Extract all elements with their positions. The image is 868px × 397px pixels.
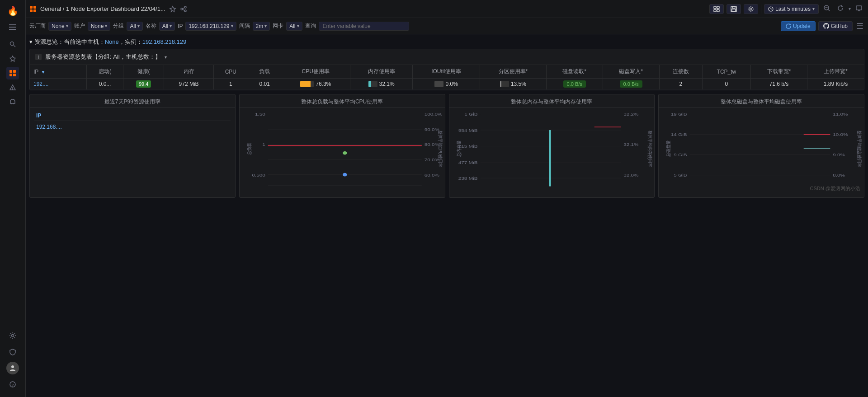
- col-io-pct[interactable]: IOUtil使用率: [413, 65, 480, 79]
- p99-row: 192.168....: [34, 122, 231, 132]
- sidebar-item-dashboards[interactable]: [6, 67, 19, 79]
- sidebar-item-user[interactable]: [6, 362, 19, 374]
- mem-bar-visual: [368, 81, 377, 87]
- svg-text:整体平均磁盘使用率: 整体平均磁盘使用率: [857, 131, 862, 167]
- p99-cell-ip: 192.168....: [34, 122, 231, 132]
- save-btn[interactable]: [726, 4, 741, 14]
- page-breadcrumb: General / 1 Node Exporter Dashboard 22/0…: [40, 5, 165, 12]
- cell-disk-write: 0.0 B/s: [603, 79, 659, 90]
- interval-select[interactable]: 2m ▾: [253, 22, 270, 31]
- col-uptime[interactable]: 启动(: [87, 65, 123, 79]
- col-tcp[interactable]: TCP_tw: [702, 65, 750, 79]
- col-load[interactable]: 负载: [248, 65, 281, 79]
- bottom-panels-row: 最近7天P99资源使用率 IP 192.168....: [29, 94, 864, 198]
- group-select[interactable]: All ▾: [127, 22, 142, 31]
- svg-line-28: [183, 8, 184, 9]
- refresh-dropdown-arrow[interactable]: ▾: [849, 6, 851, 11]
- col-memory[interactable]: 内存: [164, 65, 214, 79]
- svg-point-16: [11, 365, 14, 368]
- overview-toggle[interactable]: ▾ 资源总览：当前选中主机：None，实例：192.168.218.129: [29, 38, 186, 46]
- cloud-dropdown-arrow: ▾: [66, 23, 68, 28]
- p99-body: IP 192.168....: [30, 108, 235, 135]
- ip-select[interactable]: 192.168.218.129 ▾: [185, 22, 236, 31]
- svg-text:11.0%: 11.0%: [833, 112, 848, 117]
- sidebar-item-settings[interactable]: [6, 329, 19, 342]
- svg-text:32.2%: 32.2%: [623, 112, 639, 117]
- col-disk-write[interactable]: 磁盘写入*: [603, 65, 659, 79]
- svg-text:总磁盘量: 总磁盘量: [666, 140, 671, 157]
- sidebar: 🔥 ?: [0, 0, 26, 397]
- col-download[interactable]: 下载带宽*: [750, 65, 807, 79]
- nic-select[interactable]: All ▾: [286, 22, 302, 31]
- interval-label: 间隔: [239, 22, 250, 30]
- part-bar-visual: [500, 81, 509, 87]
- svg-point-37: [750, 8, 752, 10]
- group-dropdown-arrow: ▾: [137, 23, 140, 28]
- svg-rect-21: [30, 9, 33, 12]
- refresh-btn[interactable]: [835, 3, 846, 15]
- sidebar-item-shield[interactable]: [6, 346, 19, 358]
- sidebar-item-notifications[interactable]: [6, 96, 19, 108]
- cpu-load-svg: 1.50 1 0.500 100.0% 90.0% 80.0% 70.0% 60…: [241, 110, 443, 192]
- svg-rect-6: [9, 70, 12, 73]
- p99-col-ip[interactable]: IP: [34, 111, 231, 121]
- svg-text:9.0%: 9.0%: [833, 153, 845, 158]
- overview-header: ▾ 资源总览：当前选中主机：None，实例：192.168.218.129: [29, 38, 864, 46]
- col-health[interactable]: 健康(: [123, 65, 164, 79]
- cpu-load-panel: 整体总负载与整体平均CPU使用率 1.50 1 0.500 100.0%: [239, 94, 445, 198]
- query-input[interactable]: [319, 22, 409, 31]
- p99-panel: 最近7天P99资源使用率 IP 192.168....: [29, 94, 236, 198]
- interval-dropdown-arrow: ▾: [264, 23, 267, 28]
- cloud-select[interactable]: None ▾: [48, 22, 71, 31]
- io-bar-visual: [434, 81, 443, 87]
- svg-rect-36: [732, 9, 736, 11]
- svg-rect-2: [9, 29, 16, 30]
- svg-rect-29: [714, 6, 716, 9]
- col-upload[interactable]: 上传带宽*: [807, 65, 864, 79]
- svg-point-26: [184, 10, 186, 12]
- kiosk-btn[interactable]: [854, 3, 864, 15]
- star-icon[interactable]: [169, 5, 176, 13]
- svg-point-24: [184, 6, 186, 8]
- grafana-logo[interactable]: 🔥: [6, 5, 19, 17]
- sidebar-toggle[interactable]: [6, 21, 19, 33]
- panel-expand-arrow[interactable]: ▾: [165, 55, 167, 60]
- col-conn[interactable]: 连接数: [659, 65, 702, 79]
- share-icon[interactable]: [180, 5, 187, 13]
- zoom-out-btn[interactable]: [821, 3, 832, 15]
- table-header-row: IP ▼ 启动( 健康( 内存 CPU 负载 CPU使用率 内存使用率 IOUt…: [30, 65, 864, 79]
- varbar-menu-btn[interactable]: ☰: [855, 20, 864, 32]
- svg-rect-32: [717, 9, 719, 12]
- update-btn[interactable]: Update: [781, 21, 816, 31]
- svg-text:477 MiB: 477 MiB: [458, 160, 477, 165]
- cpu-bar-visual: [300, 81, 314, 87]
- svg-text:1 GiB: 1 GiB: [464, 112, 477, 117]
- settings-btn[interactable]: [744, 4, 758, 14]
- col-mem-pct[interactable]: 内存使用率: [350, 65, 413, 79]
- cell-cpu: 1: [213, 79, 248, 90]
- topnav-right: Last 5 minutes ▾ ▾: [709, 3, 864, 15]
- sidebar-item-search[interactable]: [6, 38, 19, 51]
- varbar: 云厂商 None ▾ 账户 None ▾ 分组 All ▾ 名称 All ▾ I…: [26, 18, 868, 34]
- col-disk-read[interactable]: 磁盘读取*: [546, 65, 603, 79]
- cell-mem-pct: 32.1%: [350, 79, 413, 90]
- cell-download: 71.6 b/s: [750, 79, 807, 90]
- info-icon[interactable]: i: [35, 54, 42, 60]
- github-btn[interactable]: GitHub: [818, 21, 853, 31]
- col-part-pct[interactable]: 分区使用率*: [480, 65, 547, 79]
- sidebar-item-help[interactable]: ?: [6, 378, 19, 391]
- group-label: 分组: [113, 22, 124, 30]
- col-ip[interactable]: IP ▼: [30, 65, 87, 79]
- col-cpu-pct[interactable]: CPU使用率: [281, 65, 350, 79]
- sidebar-item-alerts[interactable]: [6, 81, 19, 94]
- cell-uptime: 0.0...: [87, 79, 123, 90]
- cell-disk-read: 0.0 B/s: [546, 79, 603, 90]
- table-row: 192.... 0.0... 99.4 972 MiB 1 0.01 76.3%: [30, 79, 864, 90]
- add-panel-btn[interactable]: [709, 4, 724, 14]
- name-select[interactable]: All ▾: [159, 22, 175, 31]
- col-cpu[interactable]: CPU: [213, 65, 248, 79]
- sidebar-item-starred[interactable]: [6, 52, 19, 65]
- account-select[interactable]: None ▾: [88, 22, 111, 31]
- cell-io-pct: 0.0%: [413, 79, 480, 90]
- time-range-btn[interactable]: Last 5 minutes ▾: [764, 4, 819, 14]
